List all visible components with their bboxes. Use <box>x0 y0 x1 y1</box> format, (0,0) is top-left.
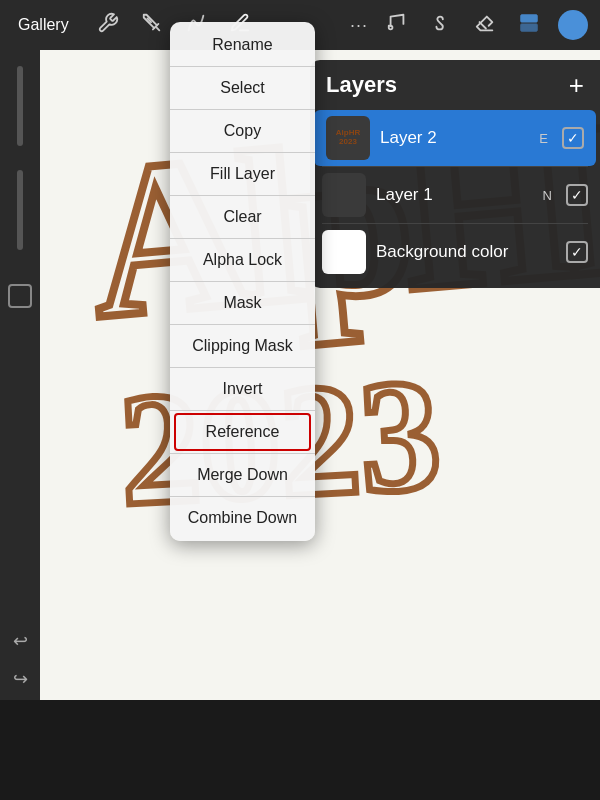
layer-visibility-checkbox[interactable] <box>566 184 588 206</box>
menu-item-alpha-lock[interactable]: Alpha Lock <box>170 241 315 279</box>
menu-item-fill-layer[interactable]: Fill Layer <box>170 155 315 193</box>
menu-divider <box>170 367 315 368</box>
menu-item-mask[interactable]: Mask <box>170 284 315 322</box>
menu-item-select[interactable]: Select <box>170 69 315 107</box>
undo-button[interactable]: ↩ <box>13 630 28 652</box>
brush-opacity-slider[interactable] <box>17 170 23 250</box>
brush-size-slider[interactable] <box>17 66 23 146</box>
wrench-icon[interactable] <box>93 8 123 43</box>
layer-thumbnail: AlpHR 2023 <box>326 116 370 160</box>
menu-item-rename[interactable]: Rename <box>170 26 315 64</box>
menu-divider <box>170 238 315 239</box>
svg-rect-3 <box>521 14 538 21</box>
thumbnail-text: AlpHR 2023 <box>326 129 370 147</box>
transform-tool[interactable] <box>8 284 32 308</box>
menu-divider <box>170 66 315 67</box>
layer-row[interactable]: Background color <box>310 224 600 280</box>
redo-button[interactable]: ↪ <box>13 668 28 690</box>
menu-divider <box>170 281 315 282</box>
menu-item-clipping-mask[interactable]: Clipping Mask <box>170 327 315 365</box>
layer-name: Layer 1 <box>376 185 533 205</box>
menu-item-invert[interactable]: Invert <box>170 370 315 408</box>
layer-name: Background color <box>376 242 556 262</box>
layer-mode[interactable]: E <box>539 131 548 146</box>
layers-header: Layers + <box>310 60 600 110</box>
layer-visibility-checkbox[interactable] <box>566 241 588 263</box>
menu-item-copy[interactable]: Copy <box>170 112 315 150</box>
layer-thumbnail <box>322 230 366 274</box>
menu-divider <box>170 410 315 411</box>
layers-icon[interactable] <box>514 8 544 43</box>
layer-row[interactable]: Layer 1 N <box>310 167 600 223</box>
layer-visibility-checkbox[interactable] <box>562 127 584 149</box>
layer-mode[interactable]: N <box>543 188 552 203</box>
bottom-bar <box>0 700 600 800</box>
menu-divider <box>170 324 315 325</box>
menu-divider <box>170 496 315 497</box>
gallery-button[interactable]: Gallery <box>12 12 75 38</box>
magic-icon[interactable] <box>137 8 167 43</box>
left-sidebar: ↩ ↪ <box>0 50 40 700</box>
menu-divider <box>170 195 315 196</box>
add-layer-button[interactable]: + <box>569 72 584 98</box>
svg-line-1 <box>155 26 159 30</box>
menu-item-merge-down[interactable]: Merge Down <box>170 456 315 494</box>
layers-panel-title: Layers <box>326 72 397 98</box>
eraser-icon[interactable] <box>470 8 500 43</box>
layer-thumbnail <box>322 173 366 217</box>
smudge-icon[interactable] <box>426 8 456 43</box>
menu-divider <box>170 453 315 454</box>
brush-icon[interactable] <box>382 8 412 43</box>
color-picker[interactable] <box>558 10 588 40</box>
layer-row[interactable]: AlpHR 2023 Layer 2 E <box>314 110 596 166</box>
menu-divider <box>170 109 315 110</box>
more-options-icon[interactable]: ··· <box>350 15 368 36</box>
menu-item-clear[interactable]: Clear <box>170 198 315 236</box>
context-menu: Rename Select Copy Fill Layer Clear Alph… <box>170 22 315 541</box>
svg-rect-4 <box>521 23 538 30</box>
menu-item-reference[interactable]: Reference <box>174 413 311 451</box>
layers-panel: Layers + AlpHR 2023 Layer 2 E Layer 1 N … <box>310 60 600 288</box>
menu-divider <box>170 152 315 153</box>
layer-name: Layer 2 <box>380 128 529 148</box>
menu-item-combine-down[interactable]: Combine Down <box>170 499 315 537</box>
